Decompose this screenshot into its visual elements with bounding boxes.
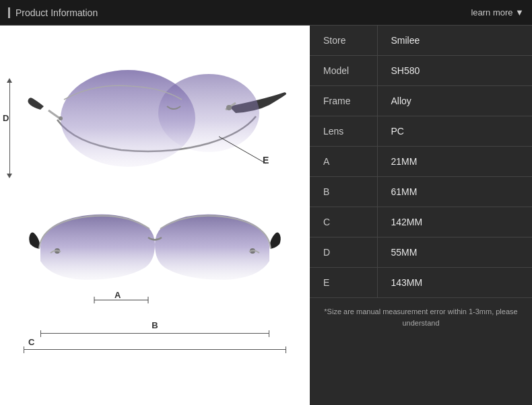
spec-row: E143MM — [310, 268, 532, 298]
spec-label: Model — [310, 56, 377, 86]
spec-label: Frame — [310, 86, 377, 116]
product-images-panel: D — [0, 26, 310, 405]
spec-row: StoreSmilee — [310, 26, 532, 56]
svg-text:E: E — [263, 155, 269, 165]
spec-label: A — [310, 147, 377, 177]
svg-point-4 — [59, 116, 63, 120]
dimension-c-label: C — [28, 337, 34, 347]
spec-value: 143MM — [377, 268, 532, 298]
spec-label: C — [310, 207, 377, 237]
specs-table: StoreSmileeModelSH580FrameAlloyLensPCA21… — [310, 26, 532, 298]
spec-row: FrameAlloy — [310, 86, 532, 116]
dimension-b-label: B — [152, 320, 158, 330]
spec-value: SH580 — [377, 56, 532, 86]
sunglasses-front-view: A B — [20, 200, 290, 355]
b-tick-left — [40, 330, 41, 337]
header: Product Information learn more ▼ — [0, 0, 532, 26]
spec-row: C142MM — [310, 207, 532, 237]
spec-value: 142MM — [377, 207, 532, 237]
spec-row: ModelSH580 — [310, 56, 532, 86]
main-content: D — [0, 26, 532, 405]
spec-label: E — [310, 268, 377, 298]
spec-row: D55MM — [310, 237, 532, 268]
spec-row: A21MM — [310, 147, 532, 177]
svg-point-3 — [226, 105, 232, 110]
spec-value: Smilee — [377, 26, 532, 56]
c-tick-left — [24, 346, 24, 353]
d-line — [9, 79, 10, 174]
glasses-side-svg: E — [20, 32, 290, 194]
spec-label: B — [310, 177, 377, 207]
b-tick-right — [269, 330, 269, 337]
footnote: *Size are manual measurement error withi… — [310, 298, 532, 336]
dimension-d-label: D — [3, 113, 9, 123]
spec-value: PC — [377, 116, 532, 147]
spec-row: B61MM — [310, 177, 532, 207]
page-title: Product Information — [8, 7, 98, 18]
c-tick-right — [286, 346, 286, 353]
specs-panel: StoreSmileeModelSH580FrameAlloyLensPCA21… — [310, 26, 532, 405]
spec-label: Store — [310, 26, 377, 56]
c-line — [24, 349, 286, 350]
spec-value: 55MM — [377, 237, 532, 268]
spec-row: LensPC — [310, 116, 532, 147]
spec-label: D — [310, 237, 377, 268]
d-arrow-bottom — [7, 174, 12, 178]
svg-point-2 — [158, 74, 259, 152]
glasses-front-svg: A — [20, 200, 290, 322]
spec-value: Alloy — [377, 86, 532, 116]
spec-value: 21MM — [377, 147, 532, 177]
b-line — [40, 333, 269, 334]
spec-value: 61MM — [377, 177, 532, 207]
spec-label: Lens — [310, 116, 377, 147]
sunglasses-side-view: E — [20, 32, 290, 194]
learn-more-button[interactable]: learn more ▼ — [471, 7, 524, 17]
svg-text:A: A — [114, 290, 121, 300]
